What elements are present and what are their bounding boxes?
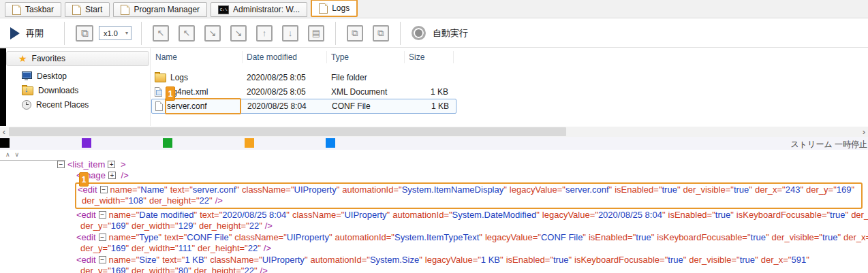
sidebar-item-favorites[interactable]: ★ Favorites <box>6 51 149 66</box>
attribute-value: 169 <box>111 221 126 231</box>
quote: " <box>651 232 655 242</box>
expander-toggle-icon[interactable]: + <box>108 172 116 179</box>
tab-program-manager[interactable]: Program Manager <box>113 2 207 17</box>
xml-tag: <edit <box>76 232 96 242</box>
sidebar-item-label: Desktop <box>37 71 67 81</box>
file-row-logs[interactable]: Logs2020/08/25 8:05File folder <box>151 70 456 84</box>
attribute-value: UIProperty <box>287 232 329 242</box>
tab-bar: TaskbarStartProgram ManagerAdministrator… <box>0 0 868 18</box>
zoom-select[interactable]: x1.0 ▾ <box>99 26 131 40</box>
quote: " <box>258 243 261 253</box>
quote: " <box>387 210 390 220</box>
xml-tag: <edit <box>76 255 96 265</box>
quote: " <box>419 255 422 265</box>
column-header-size[interactable]: Size <box>405 51 454 63</box>
sidebar-item-recent-places[interactable]: Recent Places <box>6 97 149 112</box>
quote: " <box>188 266 191 273</box>
quote: " <box>583 232 586 242</box>
attribute-name: der_visible= <box>851 210 868 220</box>
column-header-type[interactable]: Type <box>327 51 405 63</box>
attribute-value: 169 <box>111 243 126 253</box>
quote: " <box>305 255 308 265</box>
expander-toggle-icon[interactable]: − <box>99 256 106 263</box>
auto-run-toggle[interactable]: 自動実行 <box>412 26 468 40</box>
target-upleft-button[interactable]: ↖ <box>179 25 195 42</box>
attribute-value: 2020/08/25 8:04 <box>598 210 662 220</box>
attribute-value: 22 <box>200 195 209 206</box>
expander-toggle-icon[interactable]: + <box>108 161 115 168</box>
tree-node-edit-type[interactable]: <edit−name="Type"text="CONF File"classNa… <box>0 232 868 243</box>
expander-toggle-icon[interactable]: − <box>57 161 65 168</box>
expander-toggle-icon[interactable]: − <box>99 234 106 241</box>
xml-attribute: der_y="169" <box>80 221 129 231</box>
attribute-name: der_width= <box>131 266 175 273</box>
scroll-right-arrow[interactable]: › <box>860 127 868 137</box>
xml-attribute: legacyValue="CONF File" <box>485 232 586 242</box>
tree-node-edit-size[interactable]: <edit−name="Size"text="1 KB"className="U… <box>0 255 868 266</box>
attribute-name: name= <box>109 232 136 242</box>
quote: " <box>254 266 258 273</box>
target-down-button[interactable]: ↓ <box>282 25 298 42</box>
quote: " <box>194 210 198 220</box>
document-icon <box>319 3 328 14</box>
attribute-name: isKeyboardFocusable= <box>574 255 665 265</box>
quote: " <box>259 221 262 231</box>
copy-document-button[interactable]: ⧉ <box>347 25 363 42</box>
capture-pages-button[interactable]: ⧉ <box>76 25 93 42</box>
xml-attribute: text="2020/08/25 8:04" <box>200 210 290 220</box>
attribute-name: der_width= <box>82 195 125 206</box>
attribute-name: der_x= <box>755 184 782 195</box>
tree-node-edit-name-continuation: der_width="108"der_height="22"/> <box>78 195 857 206</box>
target-up-button[interactable]: ↑ <box>256 25 273 42</box>
panel-splitter[interactable]: ∧∨ <box>5 151 24 158</box>
tree-node-edit-name[interactable]: <edit−name="Name"text="server.conf"class… <box>78 184 857 195</box>
column-header-date-modified[interactable]: Date modified <box>243 51 327 63</box>
quote: " <box>193 221 196 231</box>
scroll-left-arrow[interactable]: ‹ <box>0 127 8 137</box>
attribute-value: Name <box>140 184 164 195</box>
tab-logs[interactable]: Logs <box>311 0 358 17</box>
xml-attribute: der_height="22" <box>149 195 213 206</box>
attribute-name: der_y= <box>806 184 833 195</box>
attribute-value: true <box>740 255 755 265</box>
resume-button[interactable]: 再開 <box>10 27 44 39</box>
file-date: 2020/08/25 8:05 <box>243 87 327 97</box>
document-icon <box>72 5 81 15</box>
attribute-value: true <box>734 184 749 195</box>
xml-attribute: text="1 KB" <box>162 255 207 265</box>
tab-taskbar[interactable]: Taskbar <box>5 2 61 17</box>
target-upleft-curve-button[interactable]: ↖ <box>153 25 169 42</box>
column-header-row: NameDate modifiedTypeSize <box>151 50 456 64</box>
paste-document-button[interactable]: ⧉ <box>373 25 389 42</box>
target-downright-curve-button[interactable]: ↘ <box>230 25 247 42</box>
sidebar-item-desktop[interactable]: Desktop <box>6 69 149 83</box>
expander-toggle-icon[interactable]: − <box>99 211 106 219</box>
document-icon <box>12 5 21 15</box>
tree-node-list-item[interactable]: −<list_item+ > <box>0 159 868 170</box>
sidebar-item-downloads[interactable]: Downloads <box>6 83 149 97</box>
quote: " <box>568 255 572 265</box>
document-view-button[interactable]: ▤ <box>308 25 324 42</box>
quote: " <box>479 232 482 242</box>
xml-attribute: name="Date modified" <box>109 210 198 220</box>
file-row-log4net-xml[interactable]: log4net.xml2020/08/25 8:05XML Document1 … <box>151 84 456 99</box>
column-header-name[interactable]: Name <box>151 51 243 63</box>
tree-node-image[interactable]: <image+ /> <box>0 170 868 181</box>
file-name: Logs <box>170 73 188 82</box>
tree-node-edit-date-modified[interactable]: <edit−name="Date modified"text="2020/08/… <box>0 210 868 221</box>
attribute-name: isEnabled= <box>615 184 659 195</box>
target-downright-button[interactable]: ↘ <box>204 25 221 42</box>
document-icon <box>121 5 129 15</box>
quote: " <box>337 184 340 195</box>
target-downright-curve-icon: ↘ <box>235 28 243 38</box>
attribute-name: text= <box>170 184 190 195</box>
scrollbar-thumb[interactable] <box>9 127 566 136</box>
tab-start[interactable]: Start <box>65 2 110 17</box>
tab-administrator-w[interactable]: Administrator: W... <box>211 2 307 17</box>
xml-attribute: legacyValue="server.conf" <box>510 184 612 195</box>
file-row-server-conf[interactable]: server.conf2020/08/25 8:04CONF File1 KB <box>151 99 456 114</box>
attribute-name: isKeyboardFocusable= <box>737 210 827 220</box>
target-upleft-curve-icon: ↖ <box>157 28 165 38</box>
expander-toggle-icon[interactable]: − <box>100 186 108 193</box>
attribute-name: text= <box>200 210 219 220</box>
